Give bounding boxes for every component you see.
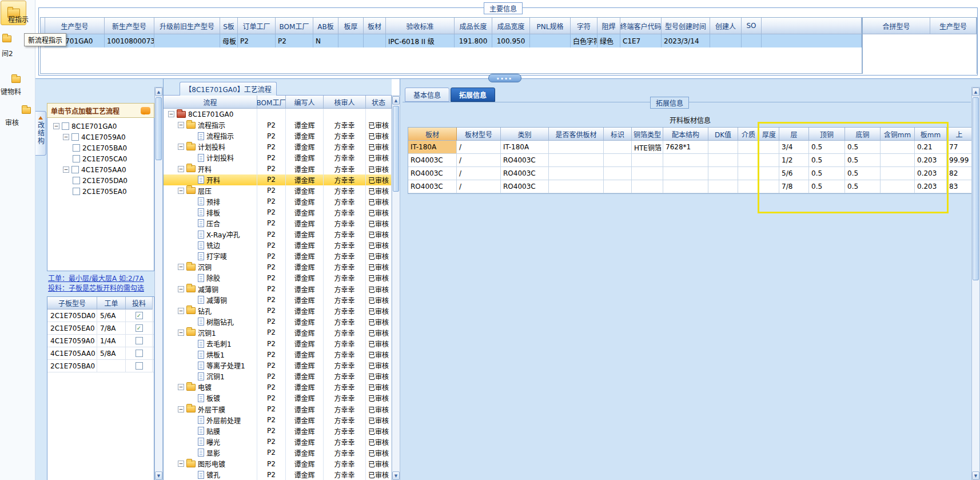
cell[interactable]: P2 bbox=[276, 34, 313, 47]
column-header[interactable]: 阻焊 bbox=[597, 18, 620, 34]
column-header-merge-model[interactable]: 合拼型号 bbox=[863, 18, 930, 34]
process-node-沉铜[interactable]: −沉铜P2谭金辉方幸幸已审核 bbox=[164, 261, 392, 272]
process-node-流程指示[interactable]: 流程指示P2谭金辉方幸幸已审核 bbox=[164, 130, 392, 141]
cell[interactable]: 191.800 bbox=[455, 34, 492, 47]
sidebar-item-label[interactable]: 间2 bbox=[2, 48, 13, 58]
process-node-贴膜[interactable]: 贴膜P2谭金辉方幸幸已审核 bbox=[164, 426, 392, 437]
structure-scrollbar[interactable]: ▲▼ bbox=[154, 87, 163, 480]
process-node-除胶[interactable]: 除胶P2谭金辉方幸幸已审核 bbox=[164, 272, 392, 283]
expander-icon[interactable]: − bbox=[178, 406, 184, 412]
process-node-开料[interactable]: −开料P2谭金辉方幸幸已审核 bbox=[164, 163, 392, 174]
checkbox[interactable] bbox=[73, 177, 80, 184]
scroll-down-button[interactable]: ▼ bbox=[392, 471, 400, 480]
process-node-减薄铜[interactable]: 减薄铜P2谭金辉方幸幸已审核 bbox=[164, 295, 392, 306]
column-header-顶铜[interactable]: 顶铜 bbox=[809, 128, 845, 141]
column-header[interactable]: S板 bbox=[220, 18, 238, 34]
process-node-曝光[interactable]: 曝光P2谭金辉方幸幸已审核 bbox=[164, 437, 392, 447]
column-header-配本结构[interactable]: 配本结构 bbox=[663, 128, 708, 141]
process-node-图形电镀[interactable]: −图形电镀P2谭金辉方幸幸已审核 bbox=[164, 458, 392, 469]
material-row-RO4003C[interactable]: RO4003C/RO4003C5/60.50.50.20382 bbox=[408, 167, 972, 180]
material-row-RO4003C[interactable]: RO4003C/RO4003C1/20.50.50.20399.99 bbox=[408, 154, 972, 167]
material-row-RO4003C[interactable]: RO4003C/RO4003C7/80.50.50.20383 bbox=[408, 180, 972, 193]
cell[interactable] bbox=[338, 34, 364, 47]
scroll-track[interactable] bbox=[155, 96, 162, 471]
scroll-thumb[interactable] bbox=[393, 106, 399, 192]
process-node-树脂钻孔[interactable]: 树脂钻孔P2谭金辉方幸幸已审核 bbox=[164, 316, 392, 327]
process-node-减薄铜[interactable]: −减薄铜P2谭金辉方幸幸已审核 bbox=[164, 284, 392, 295]
column-header[interactable]: PNL规格 bbox=[530, 18, 571, 34]
column-header[interactable]: 型号创建时间 bbox=[662, 18, 710, 34]
cell[interactable]: 白色字符 bbox=[571, 34, 597, 47]
column-header-上[interactable]: 上 bbox=[947, 128, 972, 141]
checkbox[interactable] bbox=[71, 133, 79, 141]
expander-icon[interactable]: − bbox=[178, 330, 184, 336]
tool-icon[interactable] bbox=[2, 35, 11, 42]
scroll-down-button[interactable]: ▼ bbox=[155, 471, 162, 480]
column-header[interactable]: 升级前旧生产型号 bbox=[154, 18, 220, 34]
column-header[interactable]: 成品宽度 bbox=[492, 18, 530, 34]
column-header[interactable]: 流程 bbox=[164, 96, 257, 109]
sub-board-row[interactable]: 2C1E705BA0 bbox=[47, 360, 154, 372]
column-header[interactable]: 创建人 bbox=[710, 18, 742, 34]
column-header[interactable]: 成品长度 bbox=[455, 18, 492, 34]
expander-icon[interactable]: − bbox=[63, 134, 69, 140]
column-header-厚度[interactable]: 厚度 bbox=[759, 128, 779, 141]
process-node-层压[interactable]: −层压P2谭金辉方幸幸已审核 bbox=[164, 185, 392, 196]
cell[interactable]: P2 bbox=[238, 34, 276, 47]
expander-icon[interactable]: − bbox=[178, 286, 184, 292]
process-node-沉铜1[interactable]: −沉铜1P2谭金辉方幸幸已审核 bbox=[164, 327, 392, 338]
column-header[interactable]: 编写人 bbox=[286, 96, 324, 109]
cell[interactable] bbox=[710, 34, 742, 47]
process-node-沉铜1[interactable]: 沉铜1P2谭金辉方幸幸已审核 bbox=[164, 371, 392, 382]
scroll-track[interactable] bbox=[392, 105, 400, 471]
column-header-铜箔类型[interactable]: 铜箔类型 bbox=[632, 128, 663, 141]
tab-basic-info[interactable]: 基本信息 bbox=[405, 88, 449, 102]
column-header-类别[interactable]: 类别 bbox=[501, 128, 549, 141]
process-node-去毛刺1[interactable]: 去毛刺1P2谭金辉方幸幸已审核 bbox=[164, 338, 392, 349]
column-header[interactable]: 验收标准 bbox=[386, 18, 455, 34]
column-header[interactable]: 新生产型号 bbox=[105, 18, 154, 34]
feed-checkbox[interactable]: ✓ bbox=[136, 324, 143, 332]
sub-board-row[interactable]: 2C1E705DA05/6A✓ bbox=[47, 310, 154, 322]
column-header-production-model[interactable]: 生产型号 bbox=[930, 18, 977, 34]
scroll-down-button[interactable]: ▼ bbox=[972, 471, 979, 480]
expander-icon[interactable]: − bbox=[168, 111, 174, 117]
process-node-显影[interactable]: 显影P2谭金辉方幸幸已审核 bbox=[164, 447, 392, 458]
column-header-介质[interactable]: 介质 bbox=[738, 128, 759, 141]
process-node-等离子处理1[interactable]: 等离子处理1P2谭金辉方幸幸已审核 bbox=[164, 360, 392, 371]
process-node-打字唛[interactable]: 打字唛P2谭金辉方幸幸已审核 bbox=[164, 251, 392, 261]
process-node-X-Ray冲孔[interactable]: X-Ray冲孔P2谭金辉方幸幸已审核 bbox=[164, 229, 392, 240]
column-header[interactable]: 状态 bbox=[366, 96, 392, 109]
process-node-板镀[interactable]: 板镀P2谭金辉方幸幸已审核 bbox=[164, 392, 392, 403]
column-header[interactable]: 板材 bbox=[364, 18, 386, 34]
tree-node-2C1E705BA0[interactable]: 2C1E705BA0 bbox=[47, 142, 154, 153]
cell[interactable] bbox=[742, 34, 762, 47]
cell[interactable]: N bbox=[313, 34, 338, 47]
checkbox[interactable] bbox=[71, 166, 79, 173]
process-node-烘板1[interactable]: 烘板1P2谭金辉方幸幸已审核 bbox=[164, 349, 392, 360]
structure-vertical-tab[interactable]: 改结构 bbox=[35, 111, 46, 156]
column-header[interactable]: 字符 bbox=[571, 18, 597, 34]
cell[interactable]: 2023/3/14 bbox=[662, 34, 710, 47]
process-node-计划投料[interactable]: 计划投料P2谭金辉方幸幸已审核 bbox=[164, 152, 392, 163]
process-node-钻孔[interactable]: −钻孔P2谭金辉方幸幸已审核 bbox=[164, 306, 392, 316]
expander-icon[interactable]: − bbox=[178, 308, 184, 314]
column-header-是否客供板材[interactable]: 是否客供板材 bbox=[549, 128, 604, 141]
cell[interactable]: 母板 bbox=[220, 34, 238, 47]
column-header[interactable]: 子板型号 bbox=[47, 297, 97, 310]
cell[interactable]: C1E7 bbox=[620, 34, 662, 47]
feed-checkbox[interactable] bbox=[136, 337, 143, 344]
tree-node-2C1E705DA0[interactable]: 2C1E705DA0 bbox=[47, 175, 154, 186]
process-node-流程指示[interactable]: −流程指示P2谭金辉方幸幸已审核 bbox=[164, 120, 392, 130]
tree-node-4C1E705AA0[interactable]: −4C1E705AA0 bbox=[47, 164, 154, 175]
feed-checkbox[interactable]: ✓ bbox=[136, 312, 143, 319]
cell[interactable]: 10010800073864 bbox=[105, 34, 154, 47]
process-node-外层干膜[interactable]: −外层干膜P2谭金辉方幸幸已审核 bbox=[164, 404, 392, 415]
detail-scrollbar[interactable]: ▲▼ bbox=[971, 87, 980, 480]
cell[interactable] bbox=[154, 34, 220, 47]
column-header[interactable]: SO bbox=[742, 18, 762, 34]
column-header-标识[interactable]: 标识 bbox=[604, 128, 632, 141]
column-header[interactable]: 工单 bbox=[97, 297, 126, 310]
column-header-板材型号[interactable]: 板材型号 bbox=[457, 128, 501, 141]
scroll-up-button[interactable]: ▲ bbox=[972, 88, 979, 96]
